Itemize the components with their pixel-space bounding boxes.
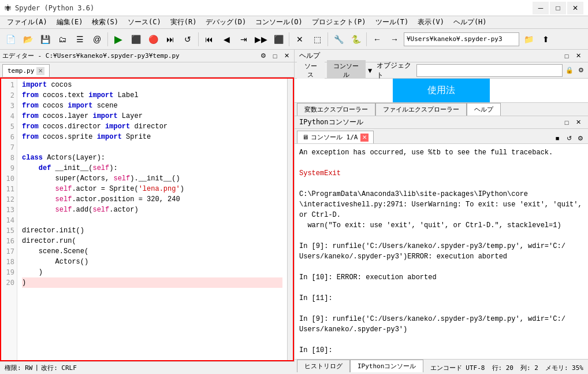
tab-ipython[interactable]: IPythonコンソール [350, 360, 423, 372]
toolbar-separator-1 [107, 32, 108, 46]
settings-button[interactable]: ✕ [292, 31, 308, 47]
menu-item-ソース(C)[interactable]: ソース(C) [123, 16, 166, 29]
code-line-19: ) [22, 267, 282, 277]
tab-history[interactable]: ヒストリログ [297, 360, 350, 372]
code-line-16: director.run( [22, 236, 282, 246]
menu-item-検索(S)[interactable]: 検索(S) [87, 16, 123, 29]
editor-tab-temp[interactable]: temp.py ✕ [2, 64, 50, 77]
forward-button[interactable]: → [386, 31, 403, 47]
console-tab-bar: 🖥 コンソール 1/A ✕ ■ ↺ ⚙ [295, 129, 588, 144]
editor-scrollbar[interactable] [287, 77, 294, 361]
open-file-button[interactable]: 📂 [20, 31, 36, 47]
console-line: Users/kaneko/.spyder-py3') [299, 324, 583, 335]
tools-button[interactable]: 🔧 [330, 31, 347, 47]
help-object-label: オブジェクト [377, 61, 414, 80]
console-panel: IPythonコンソール □ ✕ 🖥 コンソール 1/A ✕ ■ ↺ ⚙ An … [295, 116, 588, 359]
nav-next-button[interactable]: ▶▶ [253, 31, 269, 47]
help-usage-button[interactable]: 使用法 [393, 79, 490, 102]
editor-settings-icon[interactable]: ⚙ [258, 51, 269, 61]
status-mode: 権限: RW [5, 364, 33, 372]
at-button[interactable]: @ [89, 31, 105, 47]
tab-help[interactable]: ヘルプ [467, 103, 501, 116]
menu-item-ヘルプ(H)[interactable]: ヘルプ(H) [449, 16, 492, 29]
menu-item-編集(E)[interactable]: 編集(E) [52, 16, 88, 29]
console-close-icon[interactable]: ✕ [573, 117, 583, 128]
run-file-button[interactable]: ⬛ [128, 31, 144, 47]
editor-close-icon[interactable]: ✕ [281, 51, 292, 61]
help-undock-icon[interactable]: □ [561, 51, 572, 61]
code-line-4: from cocos.layer import Layer [22, 111, 282, 121]
code-content[interactable]: import cocosfrom cocos.text import Label… [17, 77, 287, 361]
code-line-18: Actors() [22, 257, 282, 267]
nav-path-box: ¥Users¥kaneko¥.spyder-py3 [404, 32, 519, 46]
tab-files[interactable]: ファイルエクスプローラー [375, 103, 467, 116]
console-header: IPythonコンソール □ ✕ [295, 116, 588, 129]
menu-item-表示(V)[interactable]: 表示(V) [413, 16, 449, 29]
help-object-input[interactable] [416, 64, 563, 77]
editor-header: エディター - C:¥Users¥kaneko¥.spyder-py3¥temp… [0, 50, 294, 62]
menu-item-ファイル(A)[interactable]: ファイル(A) [2, 16, 52, 29]
help-lock-icon[interactable]: 🔒 [565, 65, 574, 76]
status-bar: 権限: RW | 改行: CRLF エンコード UTF-8 行: 20 列: 2… [0, 361, 588, 374]
maximize-button[interactable]: □ [550, 2, 566, 14]
console-line: In [9]: runfile('C:/Users/kaneko/.spyder… [299, 314, 583, 324]
console-line [299, 303, 583, 314]
menu-item-ツール(T)[interactable]: ツール(T) [371, 16, 414, 29]
status-line: 行: 20 [492, 364, 514, 372]
menu-item-実行(R)[interactable]: 実行(R) [166, 16, 202, 29]
title-bar-left: 🕷 Spyder (Python 3.6) [5, 4, 94, 12]
help-config-icon[interactable]: ⚙ [576, 65, 586, 76]
help-source-button[interactable]: ソース [297, 60, 325, 81]
right-panel: ヘルプ □ ✕ ソース コンソール ▼ オブジェクト 🔒 ⚙ 使用法 変数エク [295, 50, 588, 361]
nav-browse-button[interactable]: 📁 [520, 31, 537, 47]
console-line: Users/kaneko/.spyder-py3')ERROR: executi… [299, 251, 583, 262]
close-button[interactable]: ✕ [567, 2, 583, 14]
console-line [299, 335, 583, 345]
help-panel: ヘルプ □ ✕ ソース コンソール ▼ オブジェクト 🔒 ⚙ 使用法 [295, 50, 588, 103]
console-tab-close[interactable]: ✕ [360, 134, 369, 142]
console-line: C:\ProgramData\Anaconda3\lib\site-packag… [299, 189, 583, 199]
menu-item-コンソール(O)[interactable]: コンソール(O) [251, 16, 307, 29]
replay-button[interactable]: ↺ [180, 31, 196, 47]
help-close-icon[interactable]: ✕ [573, 51, 583, 61]
code-line-8: class Actors(Layer): [22, 153, 282, 163]
console-restart-icon[interactable]: ↺ [564, 133, 574, 143]
nav-align-button[interactable]: ⇥ [236, 31, 252, 47]
python-button[interactable]: 🐍 [348, 31, 364, 47]
console-body[interactable]: An exception has occurred, use %tb to se… [295, 144, 588, 359]
code-line-3: from cocos import scene [22, 101, 282, 111]
console-line: SystemExit [299, 168, 583, 179]
debug-button[interactable]: 🔴 [145, 31, 161, 47]
help-header-icons: □ ✕ [561, 51, 583, 61]
back-button[interactable]: ← [369, 31, 385, 47]
tab-variables[interactable]: 変数エクスプローラー [297, 103, 375, 116]
nav-prev-button[interactable]: ◀ [218, 31, 235, 47]
help-console-button[interactable]: コンソール [327, 60, 366, 81]
clear-button[interactable]: ⬚ [309, 31, 325, 47]
save-all-button[interactable]: 🗂 [54, 31, 70, 47]
new-file-button[interactable]: 📄 [2, 31, 18, 47]
console-settings-icon[interactable]: ⚙ [575, 133, 586, 143]
code-line-13: self.add(self.actor) [22, 205, 282, 215]
stop-button[interactable]: ⬛ [270, 31, 286, 47]
help-body: 使用法 [295, 79, 588, 102]
editor-tab-label: temp.py [8, 67, 34, 75]
console-interrupt-icon[interactable]: ■ [552, 133, 563, 143]
editor-tab-close[interactable]: ✕ [36, 67, 44, 75]
editor-maximize-icon[interactable]: □ [270, 51, 280, 61]
minimize-button[interactable]: ─ [533, 2, 549, 14]
run-button[interactable]: ▶ [110, 31, 126, 47]
editor-header-icons: ⚙ □ ✕ [258, 51, 292, 61]
nav-first-button[interactable]: ⏮ [201, 31, 217, 47]
list-button[interactable]: ☰ [72, 31, 88, 47]
status-col: 列: 2 [520, 364, 538, 372]
console-title: IPythonコンソール [299, 117, 363, 127]
step-button[interactable]: ⏭ [162, 31, 178, 47]
menu-item-デバッグ(D)[interactable]: デバッグ(D) [201, 16, 251, 29]
console-line [299, 179, 583, 189]
menu-item-プロジェクト(P)[interactable]: プロジェクト(P) [307, 16, 371, 29]
console-undock-icon[interactable]: □ [561, 117, 572, 128]
console-tab-1[interactable]: 🖥 コンソール 1/A ✕ [297, 131, 374, 143]
save-file-button[interactable]: 💾 [37, 31, 53, 47]
nav-up-button[interactable]: ⬆ [538, 31, 554, 47]
